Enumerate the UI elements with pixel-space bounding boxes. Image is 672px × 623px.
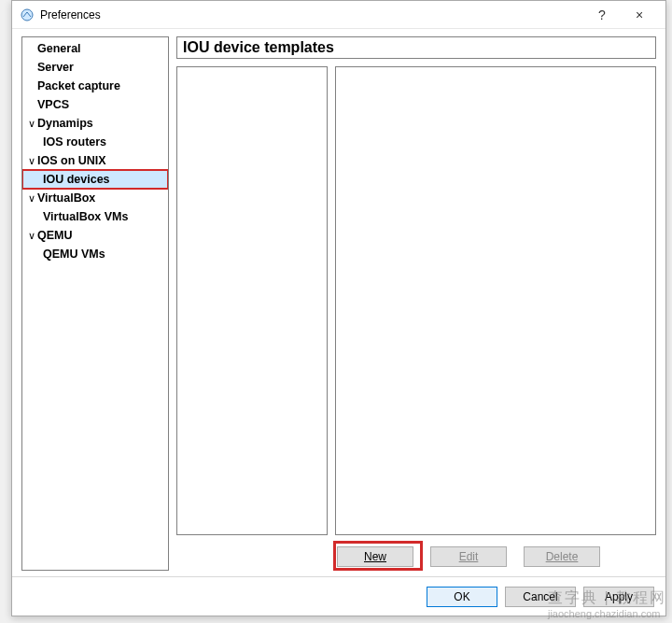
content-area: GeneralServerPacket captureVPCS∨Dynamips… <box>21 36 656 571</box>
new-button-label: New <box>364 550 386 563</box>
tree-item-virtualbox-vms[interactable]: VirtualBox VMs <box>22 207 168 226</box>
expander-icon[interactable]: ∨ <box>26 118 37 130</box>
right-pane: IOU device templates New Edit Delete <box>176 36 656 571</box>
template-details <box>335 66 656 535</box>
tree-item-label: VirtualBox VMs <box>43 210 128 223</box>
tree-item-label: QEMU VMs <box>43 248 105 261</box>
tree-item-label: General <box>37 42 81 55</box>
tree-item-iou-devices[interactable]: IOU devices <box>22 170 168 189</box>
tree-item-label: Dynamips <box>37 117 93 130</box>
tree-item-label: VirtualBox <box>37 191 95 205</box>
preferences-dialog: Preferences ? × GeneralServerPacket capt… <box>11 0 666 616</box>
tree-item-label: IOS on UNIX <box>37 154 106 167</box>
tree-item-ios-on-unix[interactable]: ∨IOS on UNIX <box>22 151 168 170</box>
template-list[interactable] <box>176 66 328 535</box>
titlebar: Preferences ? × <box>12 1 665 29</box>
new-button[interactable]: New <box>337 546 413 567</box>
tree-item-label: VPCS <box>37 98 69 111</box>
tree-item-dynamips[interactable]: ∨Dynamips <box>22 114 168 133</box>
cancel-button[interactable]: Cancel <box>505 587 576 607</box>
tree-item-label: IOU devices <box>43 173 110 186</box>
ok-button[interactable]: OK <box>427 587 497 607</box>
edit-button[interactable]: Edit <box>430 546 507 567</box>
apply-button-label: Apply <box>605 590 633 603</box>
help-button[interactable]: ? <box>583 2 621 28</box>
tree-item-ios-routers[interactable]: IOS routers <box>22 133 168 151</box>
expander-icon[interactable]: ∨ <box>26 192 37 205</box>
category-tree[interactable]: GeneralServerPacket captureVPCS∨Dynamips… <box>21 36 169 571</box>
tree-item-vpcs[interactable]: VPCS <box>22 95 168 114</box>
close-button[interactable]: × <box>621 2 658 28</box>
template-buttons: New Edit Delete <box>176 543 656 571</box>
tree-item-qemu-vms[interactable]: QEMU VMs <box>22 245 168 263</box>
window-title: Preferences <box>40 8 583 21</box>
tree-item-label: IOS routers <box>43 135 106 149</box>
tree-item-label: Server <box>37 61 74 74</box>
tree-item-server[interactable]: Server <box>22 58 168 77</box>
panels <box>176 66 656 535</box>
app-icon <box>20 7 35 22</box>
expander-icon[interactable]: ∨ <box>26 230 37 242</box>
tree-item-label: QEMU <box>37 229 73 242</box>
edit-button-label: Edit <box>459 550 479 563</box>
delete-button[interactable]: Delete <box>524 546 600 567</box>
delete-button-label: Delete <box>546 550 579 563</box>
expander-icon[interactable]: ∨ <box>26 155 37 167</box>
tree-item-label: Packet capture <box>37 79 120 92</box>
svg-point-0 <box>21 9 33 21</box>
tree-item-general[interactable]: General <box>22 39 168 58</box>
tree-item-qemu[interactable]: ∨QEMU <box>22 226 168 245</box>
dialog-button-bar: OK Cancel Apply <box>12 576 665 616</box>
tree-item-virtualbox[interactable]: ∨VirtualBox <box>22 189 168 207</box>
apply-button[interactable]: Apply <box>583 587 654 607</box>
page-title: IOU device templates <box>176 36 656 59</box>
tree-item-packet-capture[interactable]: Packet capture <box>22 77 168 95</box>
